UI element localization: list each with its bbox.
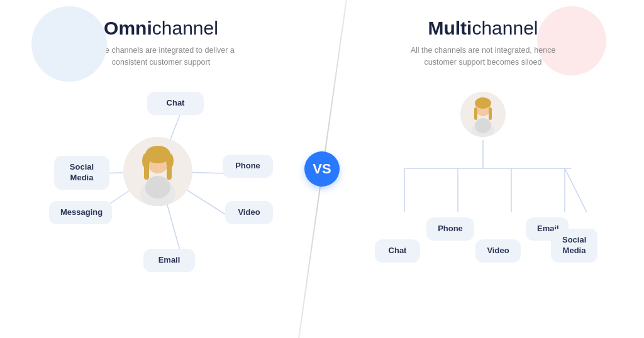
- svg-rect-12: [167, 161, 172, 180]
- multichannel-side: Multichannel All the channels are not in…: [322, 0, 644, 338]
- multi-video-pill: Video: [475, 239, 521, 263]
- omni-video-pill: Video: [225, 201, 273, 224]
- svg-point-24: [475, 97, 491, 109]
- omni-diagram: Chat SocialMedia Messaging Phone Video E…: [42, 80, 280, 275]
- svg-rect-25: [474, 107, 477, 120]
- omni-messaging-pill: Messaging: [49, 201, 112, 224]
- omni-chat-pill: Chat: [147, 92, 204, 115]
- omni-email-pill: Email: [143, 249, 195, 272]
- svg-rect-26: [489, 107, 492, 120]
- multi-title-bold: Multi: [428, 18, 472, 38]
- omni-title: Omnichannel: [104, 18, 218, 38]
- bg-circle-left: [31, 6, 107, 82]
- omni-avatar: [123, 137, 192, 206]
- svg-point-14: [145, 176, 170, 199]
- omni-social-media-pill: SocialMedia: [54, 156, 109, 190]
- vs-divider: VS: [284, 0, 360, 338]
- omni-phone-pill: Phone: [223, 155, 273, 178]
- multi-title: Multichannel: [428, 18, 538, 38]
- svg-point-28: [475, 118, 491, 133]
- omni-avatar-image: [123, 137, 192, 206]
- multi-diagram: Chat Phone Video Email SocialMedia: [364, 80, 602, 275]
- omni-title-bold: Omni: [104, 18, 152, 38]
- multi-subtitle: All the channels are not integrated, hen…: [395, 45, 571, 69]
- omnichannel-side: Omnichannel All the channels are integra…: [0, 0, 322, 338]
- multi-social-media-pill: SocialMedia: [551, 229, 597, 263]
- multi-title-light: channel: [472, 18, 538, 38]
- svg-line-21: [565, 168, 587, 212]
- vs-badge: VS: [304, 151, 340, 187]
- svg-rect-11: [144, 161, 149, 180]
- multi-chat-pill: Chat: [375, 239, 420, 263]
- multi-phone-pill: Phone: [426, 217, 474, 241]
- omni-title-light: channel: [152, 18, 218, 38]
- multi-avatar: [460, 92, 506, 137]
- multi-avatar-image: [460, 92, 506, 137]
